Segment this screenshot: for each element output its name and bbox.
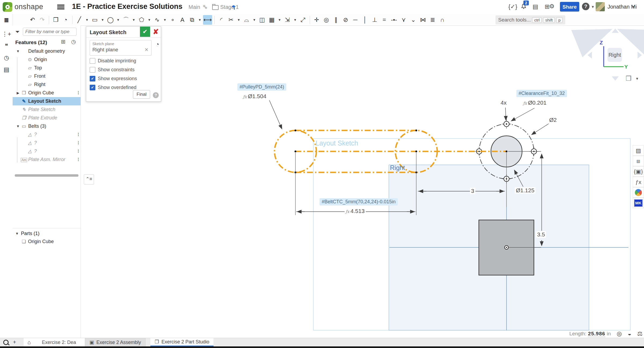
app-store-icon[interactable]: ⊞ <box>545 3 549 10</box>
origin-point[interactable] <box>505 246 508 249</box>
height-dim-3-5[interactable]: 3.5 <box>536 231 546 238</box>
feature-row-right[interactable]: ▱Right <box>13 80 81 89</box>
rollback-history-icon[interactable]: ◷ <box>71 38 76 45</box>
feature-row-plate-asm-mirror[interactable]: AmPlate Asm. Mirror⁞ <box>13 155 81 164</box>
trim-tool-caret-icon[interactable]: ▼ <box>236 15 241 25</box>
kebab-menu-icon[interactable]: ⁞ <box>78 149 78 154</box>
tape-measure-icon[interactable]: ◎ <box>617 330 622 337</box>
mirror-tool-icon[interactable]: ◫ <box>258 15 267 25</box>
normal-constraint-icon[interactable]: ⋎ <box>399 15 408 25</box>
checkbox-unchecked-icon[interactable] <box>90 58 95 64</box>
polygon-tool-icon[interactable]: ⬠ <box>137 15 146 25</box>
view-options-caret-icon[interactable]: ▼ <box>635 77 639 81</box>
feature-row-plate-sketch[interactable]: ✎Plate Sketch <box>13 105 81 114</box>
feature-row-layout-sketch[interactable]: ✎Layout Sketch <box>13 97 81 105</box>
vertical-constraint-icon[interactable]: │ <box>360 15 370 25</box>
bolt-circle[interactable] <box>479 124 534 179</box>
configurations-icon[interactable]: ⧈ <box>633 156 644 166</box>
feature-row-top[interactable]: ▱Top <box>13 64 81 72</box>
feature-row-default-geometry[interactable]: ▼Default geometry <box>13 47 81 55</box>
tangent-constraint-icon[interactable]: ⊘ <box>341 15 350 25</box>
rectangle-tool-caret-icon[interactable]: ▼ <box>100 15 105 25</box>
fillet-tool-icon[interactable]: ◜ <box>217 15 226 25</box>
arc-tool-icon[interactable]: ⌒ <box>121 15 131 25</box>
feature-row-belts-3[interactable]: ▼▭Belts (3) <box>13 122 81 130</box>
user-menu-caret-icon[interactable]: ▼ <box>632 5 635 9</box>
document-crumb[interactable]: Exercise 2: Dea <box>38 338 88 347</box>
kebab-menu-icon[interactable]: ⁞ <box>78 140 78 146</box>
sketch-visibility-icon[interactable]: ◔ <box>155 41 160 48</box>
pinwheel-app-icon[interactable] <box>633 187 644 198</box>
pierce-constraint-icon[interactable]: ⌄ <box>409 15 418 25</box>
document-title[interactable]: 1E - Practice Exercise Solutions <box>72 2 182 11</box>
rotate-up-arrow[interactable] <box>612 29 619 33</box>
pulley-param-label[interactable]: #PulleyPD_5mm(24) <box>237 83 286 91</box>
help-icon[interactable]: ? <box>582 3 589 10</box>
bore-dim[interactable]: Ø1.125 <box>515 187 536 194</box>
insert-dxf-caret-icon[interactable]: ▼ <box>292 15 298 25</box>
insert-dxf-icon[interactable]: ⇲ <box>283 15 292 25</box>
rotate-down-arrow[interactable] <box>612 76 619 81</box>
rotate-left-arrow[interactable] <box>588 52 592 59</box>
trim-tool-icon[interactable]: ✂ <box>226 15 236 25</box>
pulley-diameter-dim[interactable]: ƒxØ1.504 <box>242 93 267 100</box>
right-plane[interactable] <box>389 165 589 330</box>
checkbox-checked-icon[interactable]: ✔ <box>90 76 95 81</box>
follow-mode-icon[interactable]: ▤ <box>2 65 11 74</box>
feature-row-[interactable]: △?⁞ <box>13 130 81 139</box>
feature-row-front[interactable]: ▱Front <box>13 72 81 80</box>
revolve-icon[interactable]: ◔ <box>61 15 70 25</box>
spline-tool-caret-icon[interactable]: ▼ <box>162 15 168 25</box>
point-tool-icon[interactable]: ∘ <box>168 15 177 25</box>
text-tool-icon[interactable]: A <box>178 15 187 25</box>
chevron-right-icon[interactable]: ▶ <box>15 91 21 95</box>
history-icon[interactable]: ◷ <box>2 53 11 62</box>
arc-tool-caret-icon[interactable]: ▼ <box>131 15 136 25</box>
horizontal-constraint-icon[interactable]: ─ <box>351 15 360 25</box>
tab-search-icon[interactable] <box>3 340 9 345</box>
clearance-param-label[interactable]: #ClearanceFit_10_32 <box>516 90 567 97</box>
chevron-down-icon[interactable]: ▼ <box>15 49 21 53</box>
help-caret-icon[interactable]: ▼ <box>591 5 595 9</box>
main-menu-icon[interactable] <box>57 4 64 10</box>
ai-advisor-icon[interactable]: ⚙ <box>549 3 555 10</box>
parallel-constraint-icon[interactable]: ∥ <box>331 15 341 25</box>
use-tool-icon[interactable]: ⧉ <box>187 15 197 25</box>
rectangle-tool-icon[interactable]: ▭ <box>90 15 99 25</box>
collapse-tree-button[interactable]: ⌃≡ <box>84 174 94 184</box>
tab-part-studio[interactable]: ❐ Exercise 2 Part Studio <box>150 338 214 347</box>
length-value[interactable]: 25.986 <box>588 331 605 337</box>
belt-ctc-dim[interactable]: ƒx4.513 <box>345 208 366 214</box>
insert-feature-icon[interactable]: ⋮+ <box>2 30 11 39</box>
checkbox-disable-imprinting[interactable]: Disable imprinting <box>90 58 136 64</box>
mass-properties-icon[interactable]: ⚖ <box>637 330 643 337</box>
dimension-tool-icon[interactable]: ⟷ <box>203 15 212 25</box>
filter-icon[interactable]: ⏷ <box>15 29 20 35</box>
cancel-icon[interactable]: ✘ <box>153 28 159 36</box>
tab-assembly[interactable]: ▣ Exercise 2 Assembly <box>85 338 146 347</box>
bore-circle[interactable] <box>491 136 522 167</box>
pattern-tool-caret-icon[interactable]: ▼ <box>277 15 282 25</box>
feature-row-plate-extrude[interactable]: ❐Plate Extrude <box>13 114 81 122</box>
feature-list-toggle-icon[interactable]: ≣ <box>2 16 11 25</box>
comments-icon[interactable]: ❝ <box>2 41 11 51</box>
line-tool-caret-icon[interactable]: ▼ <box>84 15 90 25</box>
part-row-origin-cube[interactable]: ❏ Origin Cube <box>22 239 54 244</box>
mk-app-icon[interactable]: MK <box>633 198 644 208</box>
circle-tool-caret-icon[interactable]: ▼ <box>115 15 121 25</box>
appearance-icon[interactable]: ▨ <box>633 145 644 156</box>
feature-row-[interactable]: △?⁞ <box>13 139 81 147</box>
kebab-menu-icon[interactable]: ⁞ <box>78 132 78 137</box>
checkbox-checked-icon[interactable]: ✔ <box>90 85 95 90</box>
chevron-down-icon[interactable]: ▼ <box>15 232 19 236</box>
search-tools[interactable]: Search tools... ctrl shift p <box>495 15 565 24</box>
new-folder-icon[interactable]: ⊞ <box>61 38 66 45</box>
checkbox-unchecked-icon[interactable] <box>90 67 95 73</box>
kebab-menu-icon[interactable]: ⁞ <box>78 90 78 96</box>
undo-icon[interactable]: ↶ <box>28 15 37 25</box>
fix-constraint-icon[interactable]: ≣ <box>428 15 437 25</box>
user-avatar[interactable] <box>596 2 605 11</box>
clearance-dim[interactable]: ƒxØ0.201 <box>522 100 548 106</box>
sketch-plane-field[interactable]: Sketch plane Right plane ✕ <box>90 40 151 56</box>
curvature-constraint-icon[interactable]: ∩ <box>438 15 447 25</box>
